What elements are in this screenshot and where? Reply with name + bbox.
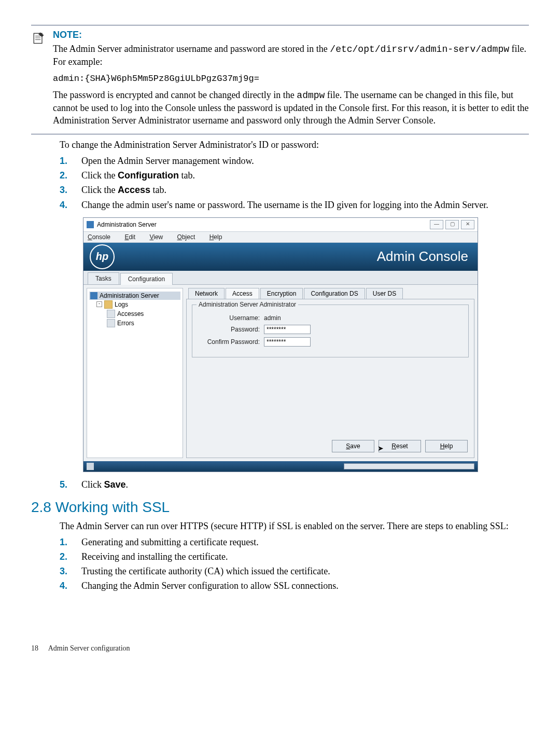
password-label: Password: [198, 326, 260, 333]
note-icon [31, 31, 46, 45]
step-number: 4. [60, 579, 81, 592]
window-titlebar: Administration Server — ▢ ✕ [83, 218, 478, 232]
step-number: 3. [60, 565, 81, 577]
tree-accesses[interactable]: Accesses [89, 309, 180, 319]
step-text: Changing the Admin Server configuration … [81, 579, 339, 592]
note-paragraph-1: The Admin Server administrator username … [53, 43, 529, 68]
step-text: Trusting the certificate authority (CA) … [81, 565, 330, 577]
status-progress [344, 463, 474, 469]
tree-logs[interactable]: - Logs [89, 300, 180, 309]
note-paragraph-2: The password is encrypted and cannot be … [53, 89, 529, 127]
server-icon [90, 292, 97, 299]
tree-errors[interactable]: Errors [89, 319, 180, 328]
username-label: Username: [198, 314, 260, 322]
fieldset-legend: Administration Server Administrator [197, 301, 298, 308]
menu-edit[interactable]: Edit [124, 233, 142, 241]
step-number: 2. [60, 550, 81, 563]
menu-object[interactable]: Object [177, 233, 202, 241]
step-number: 1. [60, 536, 81, 548]
step-text: Click the Configuration tab. [81, 169, 195, 182]
menu-view[interactable]: View [149, 233, 169, 241]
step-text: Change the admin user's name or password… [81, 199, 488, 211]
step-5: 5. Click Save. [60, 478, 529, 491]
step-number: 5. [60, 478, 81, 491]
tree-root[interactable]: Administration Server [89, 292, 180, 300]
reset-button[interactable]: Reset [379, 440, 421, 452]
ssl-step-4: 4. Changing the Admin Server configurati… [60, 579, 529, 592]
admin-fieldset: Administration Server Administrator User… [192, 305, 469, 357]
ssl-step-2: 2. Receiving and installing the certific… [60, 550, 529, 563]
tab-configuration-ds[interactable]: Configuration DS [304, 288, 365, 299]
ssl-step-3: 3. Trusting the certificate authority (C… [60, 565, 529, 577]
note-heading: NOTE: [53, 30, 529, 40]
confirm-password-label: Confirm Password: [198, 338, 260, 346]
step-number: 1. [60, 155, 81, 167]
step-number: 2. [60, 169, 81, 182]
tree-toggle-icon[interactable]: - [96, 301, 102, 307]
note-text2-a: The password is encrypted and cannot be … [53, 90, 297, 100]
step-2: 2. Click the Configuration tab. [60, 169, 529, 182]
tab-user-ds[interactable]: User DS [366, 288, 403, 299]
window-icon [87, 221, 94, 228]
step-text: Open the Admin Server management window. [81, 155, 254, 167]
save-button[interactable]: Save [332, 440, 374, 452]
confirm-password-field[interactable] [264, 337, 311, 347]
tab-network[interactable]: Network [188, 288, 225, 299]
tree-accesses-label: Accesses [117, 310, 144, 317]
tree-errors-label: Errors [117, 320, 134, 327]
tree-root-label: Administration Server [100, 292, 159, 299]
step-text: Receiving and installing the certificate… [81, 550, 228, 563]
window-title: Administration Server [97, 221, 157, 228]
file-icon [107, 310, 115, 318]
ssl-step-1: 1. Generating and submitting a certifica… [60, 536, 529, 548]
password-field[interactable] [264, 325, 311, 334]
page-number: 18 [31, 644, 47, 653]
help-button[interactable]: Help [425, 440, 468, 452]
menu-console[interactable]: Console [88, 233, 117, 241]
tab-configuration[interactable]: Configuration [120, 273, 173, 285]
step-text: Click the Access tab. [81, 184, 166, 196]
banner: hp Admin Console [83, 243, 478, 271]
footer-title: Admin Server configuration [48, 644, 130, 652]
username-value: admin [264, 314, 281, 322]
folder-icon [104, 300, 113, 309]
main-tabrow: Tasks Configuration [83, 270, 478, 285]
inner-tabrow: Network Access Encryption Configuration … [186, 288, 474, 299]
tree-pane: Administration Server - Logs Accesses Er… [87, 288, 183, 458]
statusbar [83, 461, 478, 472]
menu-help[interactable]: Help [209, 233, 229, 241]
step-number: 4. [60, 199, 81, 211]
note-code-inline: admpw [297, 90, 325, 101]
maximize-button[interactable]: ▢ [445, 220, 459, 229]
note-code-block: admin:{SHA}W6ph5Mm5Pz8GgiULbPgzG37mj9g= [53, 74, 529, 84]
tree-logs-label: Logs [115, 301, 128, 308]
banner-title: Admin Console [377, 248, 468, 265]
minimize-button[interactable]: — [430, 220, 443, 229]
cursor-icon: ➤ [377, 444, 384, 452]
step-4: 4. Change the admin user's name or passw… [60, 199, 529, 211]
page-footer: 18 Admin Server configuration [31, 644, 529, 653]
admin-console-screenshot: Administration Server — ▢ ✕ Console Edit… [83, 217, 529, 472]
note-code-path: /etc/opt/dirsrv/admin-serv/admpw [330, 44, 509, 54]
note-text-a: The Admin Server administrator username … [53, 44, 330, 54]
hp-logo: hp [90, 244, 115, 269]
tab-encryption[interactable]: Encryption [260, 288, 303, 299]
step-3: 3. Click the Access tab. [60, 184, 529, 196]
step-1: 1. Open the Admin Server management wind… [60, 155, 529, 167]
ssl-intro: The Admin Server can run over HTTPS (sec… [60, 520, 529, 532]
step-number: 3. [60, 184, 81, 196]
status-icon [87, 463, 94, 470]
step-text: Click Save. [81, 478, 128, 491]
intro-text: To change the Administration Server Admi… [60, 139, 529, 151]
file-icon [107, 319, 115, 327]
tab-tasks[interactable]: Tasks [88, 272, 119, 284]
tab-access[interactable]: Access [226, 288, 259, 299]
section-heading-ssl: 2.8 Working with SSL [31, 499, 529, 516]
menubar: Console Edit View Object Help [83, 232, 478, 243]
step-text: Generating and submitting a certificate … [81, 536, 259, 548]
close-button[interactable]: ✕ [461, 220, 474, 229]
